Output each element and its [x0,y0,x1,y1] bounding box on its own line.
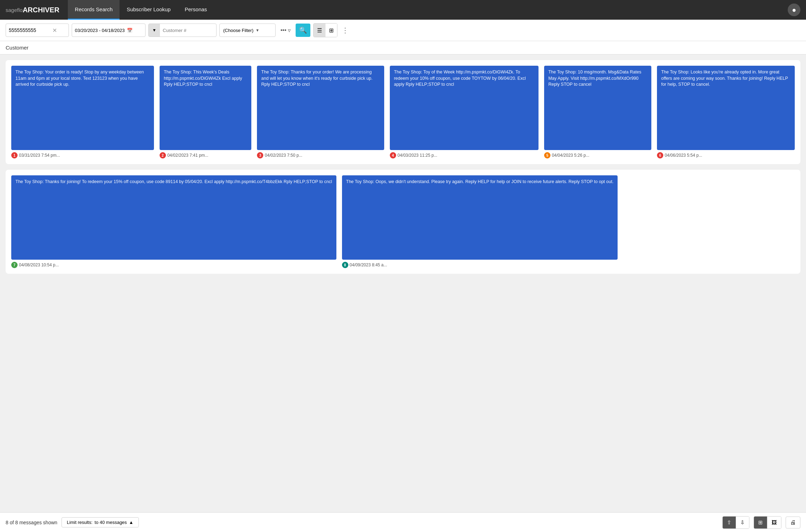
card-timestamp-4: 4 04/03/2023 11:25 p... [390,152,539,158]
dots-icon: ••• [281,27,286,33]
badge-6: 6 [657,152,663,158]
timestamp-1: 03/31/2023 7:54 pm... [19,153,60,158]
cards-grid-2: The Toy Shop: Thanks for joining! To red… [11,175,795,268]
nav-tab-subscriber-lookup[interactable]: Subscriber Lookup [120,0,178,20]
nav-tab-personas[interactable]: Personas [178,0,214,20]
card-wrap-6: The Toy Shop: Looks like you're already … [657,66,795,158]
sort-asc-icon: ⇧ [727,519,731,526]
customer-input[interactable] [160,28,216,33]
list-view-button[interactable]: ☰ [314,24,325,37]
timestamp-2: 04/02/2023 7:41 pm... [167,153,208,158]
card-timestamp-6: 6 04/06/2023 5:54 p... [657,152,795,158]
message-card-6[interactable]: The Toy Shop: Looks like you're already … [657,66,795,150]
message-text-3: The Toy Shop: Thanks for your order! We … [261,70,372,87]
app-logo: sageflo ARCHIVER [6,6,59,14]
timestamp-4: 04/03/2023 11:25 p... [398,153,437,158]
card-wrap-2: The Toy Shop: This Week's Deals http://m… [160,66,251,158]
message-card-4[interactable]: The Toy Shop: Toy of the Week http://m.p… [390,66,539,150]
card-wrap-7: The Toy Shop: Thanks for joining! To red… [11,175,336,268]
badge-1: 1 [11,152,18,158]
sort-asc-button[interactable]: ⇧ [723,517,736,528]
footer-grid-button[interactable]: ⊞ [754,517,767,528]
card-row-group-1: The Toy Shop: Your order is ready! Stop … [6,60,800,164]
footer-image-icon: 🖼 [772,519,777,525]
card-timestamp-7: 7 04/08/2023 10:54 p... [11,262,336,268]
results-count: 8 of 8 messages shown [6,520,57,525]
grid-view-button[interactable]: ⊞ [325,24,337,37]
badge-8: 8 [342,262,348,268]
footer-grid-icon: ⊞ [758,519,763,526]
nav-tab-personas-label: Personas [185,6,207,12]
sort-desc-button[interactable]: ⇩ [736,517,749,528]
timestamp-7: 04/08/2023 10:54 p... [19,262,59,267]
limit-results-button[interactable]: Limit results: to 40 messages ▲ [62,517,139,527]
view-toggle: ☰ ⊞ [313,23,337,37]
limit-value: to 40 messages [95,520,127,525]
toolbar: ✕ 03/20/2023 - 04/18/2023 📅 ▼ (Choose Fi… [0,20,806,41]
card-timestamp-2: 2 04/02/2023 7:41 pm... [160,152,251,158]
limit-label: Limit results: [67,520,92,525]
card-timestamp-3: 3 04/02/2023 7:50 p... [257,152,384,158]
more-options-button[interactable]: ⋮ [340,25,350,36]
grid-icon: ⊞ [329,27,334,34]
nav-bar: sageflo ARCHIVER Records Search Subscrib… [0,0,806,20]
badge-7: 7 [11,262,18,268]
timestamp-3: 04/02/2023 7:50 p... [265,153,302,158]
message-text-8: The Toy Shop: Oops, we didn't understand… [346,179,614,184]
footer-bar: 8 of 8 messages shown Limit results: to … [0,512,806,532]
logo-name: ARCHIVER [22,6,59,14]
cards-grid-1: The Toy Shop: Your order is ready! Stop … [11,66,795,158]
card-row-group-2: The Toy Shop: Thanks for joining! To red… [6,170,800,274]
filter-dropdown[interactable]: (Choose Filter) ▼ [219,24,276,37]
section-label-text: Customer [6,45,28,51]
message-card-2[interactable]: The Toy Shop: This Week's Deals http://m… [160,66,251,150]
card-wrap-4: The Toy Shop: Toy of the Week http://m.p… [390,66,539,158]
filter-chevron-icon: ▼ [256,28,259,32]
card-wrap-1: The Toy Shop: Your order is ready! Stop … [11,66,154,158]
clear-phone-button[interactable]: ✕ [52,27,57,34]
date-range-wrap[interactable]: 03/20/2023 - 04/18/2023 📅 [72,24,146,37]
card-wrap-3: The Toy Shop: Thanks for your order! We … [257,66,384,158]
card-timestamp-1: 1 03/31/2023 7:54 pm... [11,152,154,158]
message-text-2: The Toy Shop: This Week's Deals http://m… [164,70,242,87]
card-timestamp-5: 5 04/04/2023 5:26 p... [544,152,651,158]
footer-image-button[interactable]: 🖼 [767,517,781,528]
timestamp-6: 04/06/2023 5:54 p... [665,153,702,158]
badge-3: 3 [257,152,263,158]
date-range-value: 03/20/2023 - 04/18/2023 [75,28,125,33]
nav-tab-records-search-label: Records Search [75,6,113,12]
card-wrap-8: The Toy Shop: Oops, we didn't understand… [342,175,618,268]
nav-tab-records-search[interactable]: Records Search [68,0,120,20]
customer-dropdown-arrow[interactable]: ▼ [149,24,160,37]
filter-icon: ▿ [288,27,291,34]
badge-5: 5 [544,152,550,158]
message-card-8[interactable]: The Toy Shop: Oops, we didn't understand… [342,175,618,260]
message-text-7: The Toy Shop: Thanks for joining! To red… [15,179,332,184]
search-icon: 🔍 [299,26,307,34]
message-card-5[interactable]: The Toy Shop: 10 msg/month. Msg&Data Rat… [544,66,651,150]
print-button[interactable]: 🖨 [786,517,800,528]
limit-arrow-icon: ▲ [129,520,134,525]
calendar-icon: 📅 [127,28,133,33]
logo-prefix: sageflo [6,7,22,13]
phone-input[interactable] [9,27,51,33]
nav-tab-subscriber-lookup-label: Subscriber Lookup [127,6,170,12]
cards-area: The Toy Shop: Your order is ready! Stop … [0,54,806,279]
message-text-4: The Toy Shop: Toy of the Week http://m.p… [394,70,526,87]
card-wrap-5: The Toy Shop: 10 msg/month. Msg&Data Rat… [544,66,651,158]
sort-desc-icon: ⇩ [740,519,745,526]
footer-grid-group: ⊞ 🖼 [754,516,781,529]
badge-4: 4 [390,152,396,158]
message-text-5: The Toy Shop: 10 msg/month. Msg&Data Rat… [548,70,641,87]
phone-search-wrap: ✕ [6,24,69,37]
user-avatar[interactable]: ● [788,4,800,16]
message-card-7[interactable]: The Toy Shop: Thanks for joining! To red… [11,175,336,260]
message-card-3[interactable]: The Toy Shop: Thanks for your order! We … [257,66,384,150]
list-icon: ☰ [317,27,322,34]
search-button[interactable]: 🔍 [296,24,310,37]
customer-dropdown-wrap: ▼ [148,24,217,37]
message-card-1[interactable]: The Toy Shop: Your order is ready! Stop … [11,66,154,150]
badge-2: 2 [160,152,166,158]
dots-filter-button[interactable]: ••• ▿ [278,26,293,35]
footer-sort-group: ⇧ ⇩ [722,516,749,529]
